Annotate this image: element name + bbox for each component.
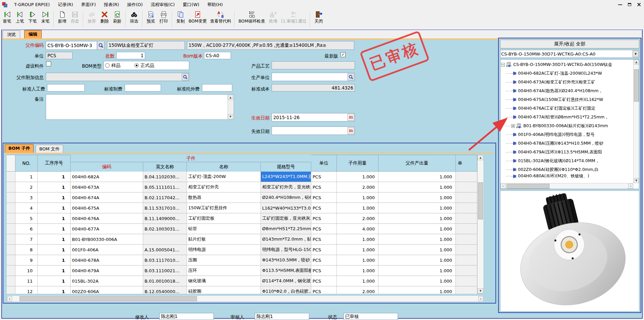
preview-button[interactable]: 预览: [145, 10, 157, 25]
menu-help[interactable]: 帮助(H): [203, 0, 227, 9]
modifier-field[interactable]: 陈志刚1: [159, 313, 214, 320]
row-no-cell[interactable]: 4: [15, 203, 38, 213]
tab-bom-files[interactable]: BOM 文件: [36, 145, 63, 153]
view-alternate-material-button[interactable]: AB 查看替代料: [208, 10, 233, 25]
restore-button[interactable]: [625, 1, 634, 8]
table-row[interactable]: 6 1 004H0-677A B.02.1003031... 铝管 Ø8mm*H…: [7, 224, 477, 234]
audit-pass-button[interactable]: [1.审核].通过: [279, 10, 308, 25]
virtual-part-checkbox[interactable]: [46, 61, 51, 66]
table-row[interactable]: 5 1 004H0-676A B.11.1409000... 工矿灯固定板 工矿…: [7, 213, 477, 224]
row-en-cell[interactable]: B.02.1117042...: [143, 192, 187, 203]
row-indicator-cell[interactable]: [7, 172, 15, 182]
row-indicator-cell[interactable]: [7, 192, 15, 203]
menu-flow-audit[interactable]: 流程审核(C): [147, 0, 179, 9]
row-parent-qty-cell[interactable]: 1.000: [378, 203, 456, 213]
menu-tgroup-erp[interactable]: T-GROUP ERP(E): [10, 0, 54, 9]
row-en-cell[interactable]: B.03.1117010...: [143, 255, 187, 265]
prev-record-button[interactable]: 上笔: [13, 10, 26, 25]
scroll-left-button[interactable]: ‹: [7, 296, 12, 301]
parent-code-input[interactable]: CS-BYB-O-150MW-3: [46, 41, 97, 50]
row-extra-cell[interactable]: [456, 224, 477, 234]
tree-item[interactable]: + 004H0-673A(相变工矿灯外壳)(相变工矿: [501, 78, 633, 86]
header-no[interactable]: NO.: [15, 155, 38, 172]
scrollbar-thumb[interactable]: [478, 182, 483, 219]
scroll-right-button[interactable]: ›: [628, 184, 633, 189]
tree-root-item[interactable]: − CS-BYB-O-150MW-30D71-WCTKG-A0(150W钛金: [501, 60, 633, 69]
mfg-cost-input[interactable]: [125, 84, 161, 92]
bom-version-input[interactable]: CS-A0: [204, 52, 231, 59]
row-indicator-cell[interactable]: [7, 203, 15, 213]
row-unit-cell[interactable]: PCS: [311, 245, 337, 255]
calendar-icon[interactable]: 31: [348, 127, 354, 134]
calendar-icon[interactable]: 31: [348, 114, 354, 121]
row-qty-cell[interactable]: 1.000: [337, 265, 378, 276]
row-seq-cell[interactable]: 1: [38, 213, 71, 224]
row-parent-qty-cell[interactable]: 1.000: [378, 265, 456, 276]
row-unit-cell[interactable]: PCS: [311, 172, 337, 182]
header-parent-qty[interactable]: 父件产出量: [378, 155, 456, 172]
latest-version-checkbox[interactable]: ✓: [340, 52, 346, 57]
copy-button[interactable]: 复制: [174, 10, 187, 25]
row-no-cell[interactable]: 2: [15, 182, 38, 192]
row-qty-cell[interactable]: 1.000: [337, 245, 378, 255]
labor-cost-input[interactable]: [47, 84, 85, 92]
row-spec-cell[interactable]: 相变工矿灯外壳，亚光铁...: [261, 182, 311, 192]
row-en-cell[interactable]: B.01.0010018...: [143, 276, 187, 286]
row-indicator-cell[interactable]: [7, 224, 15, 234]
prod-unit-input[interactable]: [272, 73, 355, 81]
row-name-cell[interactable]: 明纬电源: [187, 245, 261, 255]
row-name-cell[interactable]: 散热器: [187, 192, 261, 203]
header-extra[interactable]: 单: [456, 155, 477, 172]
bom-loop-check-button[interactable]: 1 BOM循环检查: [237, 10, 267, 25]
auditor-field[interactable]: 陈志刚1: [255, 313, 309, 320]
batch-input[interactable]: 1: [116, 52, 145, 59]
scrollbar-thumb[interactable]: [19, 296, 197, 301]
table-row[interactable]: 9 1 004H0-678A B.03.1117010... 压圈 Φ143*H…: [7, 255, 477, 265]
last-record-button[interactable]: 末笔: [39, 10, 52, 25]
row-en-cell[interactable]: B.11.1409000...: [143, 213, 187, 224]
row-name-cell[interactable]: 硅胶圈: [187, 286, 261, 294]
row-parent-qty-cell[interactable]: 1.000: [378, 213, 456, 224]
row-seq-cell[interactable]: 1: [38, 203, 71, 213]
parent-info-field[interactable]: [46, 73, 189, 81]
row-spec-cell[interactable]: Φ113.5*H5MM,表面阳极...: [261, 265, 311, 276]
row-no-cell[interactable]: 8: [15, 245, 38, 255]
tree-item[interactable]: + B01-BYB00330-006A(贴片灯板)(Ø143mm: [501, 121, 633, 130]
table-horizontal-scrollbar[interactable]: ‹ ›: [7, 295, 484, 302]
row-extra-cell[interactable]: [456, 245, 477, 255]
row-indicator-cell[interactable]: [7, 265, 15, 276]
row-no-cell[interactable]: 6: [15, 224, 38, 234]
delete-button[interactable]: 删除: [98, 10, 111, 25]
menu-report[interactable]: 报表(R): [100, 0, 123, 9]
scroll-down-button[interactable]: ▼: [478, 288, 483, 293]
row-code-cell[interactable]: 004H0-673A: [71, 182, 143, 192]
row-extra-cell[interactable]: [456, 286, 477, 294]
row-seq-cell[interactable]: 1: [38, 286, 71, 294]
row-parent-qty-cell[interactable]: 1.000: [378, 172, 456, 182]
tab-browse[interactable]: 浏览: [3, 30, 20, 38]
table-row[interactable]: 12 1 002Z0-606A B.12.0540000... 硅胶圈 Φ110…: [7, 286, 477, 294]
tree-item[interactable]: + 004H0-677A(铝管)(Ø8mm*H51*T2.25mm，: [501, 113, 633, 121]
row-name-cell[interactable]: 相变工矿灯外壳: [187, 182, 261, 192]
row-en-cell[interactable]: [143, 234, 187, 245]
collapse-icon[interactable]: −: [501, 63, 505, 67]
row-name-cell[interactable]: 铝管: [187, 224, 261, 234]
row-parent-qty-cell[interactable]: 1.000: [378, 234, 456, 245]
row-seq-cell[interactable]: 1: [38, 276, 71, 286]
row-en-cell[interactable]: A.15.0005041...: [143, 245, 187, 255]
scroll-down-button[interactable]: ▼: [228, 114, 233, 119]
row-spec-cell[interactable]: Φ143*H10.5MM，喷砂、...: [261, 255, 311, 265]
row-extra-cell[interactable]: [456, 234, 477, 245]
row-spec-cell[interactable]: Φ110*Φ2.0，白色硅胶...: [261, 286, 311, 294]
row-parent-qty-cell[interactable]: 1.000: [378, 276, 456, 286]
close-form-button[interactable]: 关闭: [312, 10, 325, 25]
refresh-button[interactable]: 刷新: [111, 10, 124, 25]
add-button[interactable]: 新增: [56, 10, 69, 25]
row-extra-cell[interactable]: [456, 182, 477, 192]
tree-horizontal-scrollbar[interactable]: ‹ ›: [500, 183, 633, 189]
row-en-cell[interactable]: B.02.1003031...: [143, 224, 187, 234]
row-extra-cell[interactable]: [456, 192, 477, 203]
row-extra-cell[interactable]: [456, 265, 477, 276]
row-en-cell[interactable]: B.12.0540000...: [143, 286, 187, 294]
next-record-button[interactable]: 下笔: [26, 10, 39, 25]
